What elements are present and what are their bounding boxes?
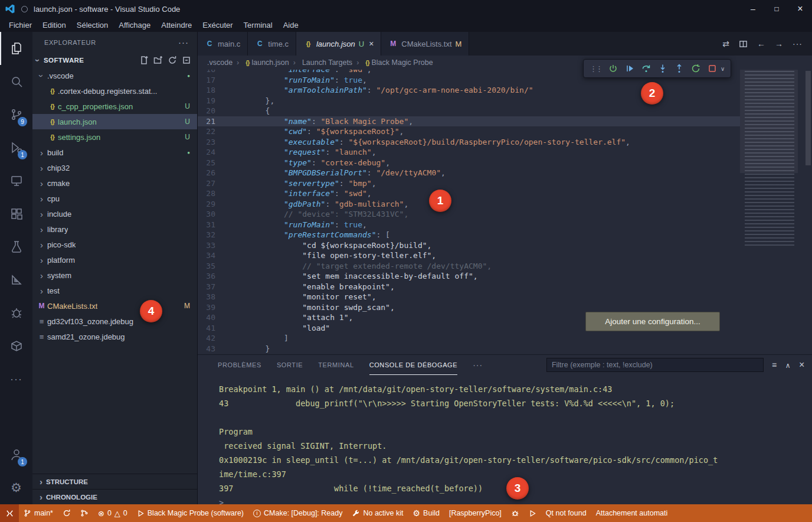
stop-icon[interactable] [708,64,717,73]
word-wrap-icon[interactable] [772,360,777,370]
sync-status[interactable] [58,504,76,522]
menu-item[interactable]: Atteindre [156,18,197,32]
console-filter-input[interactable] [546,358,764,372]
maximize-icon[interactable] [765,0,788,18]
tree-item[interactable]: cmake [32,175,197,191]
close-icon[interactable]: × [368,39,374,48]
activity-extensions[interactable] [0,197,32,230]
step-into-icon[interactable] [658,64,667,73]
auto-attach-status[interactable]: Attachement automati [591,504,673,522]
minimap[interactable] [740,70,804,354]
breadcrumb-item[interactable]: Launch Targets [289,58,352,67]
explorer-more-icon[interactable] [178,37,189,47]
sidebar-section[interactable]: CHRONOLOGIE [32,489,197,504]
activity-testing[interactable] [0,230,32,263]
tree-item[interactable]: test [32,283,197,298]
chevron-down-icon[interactable] [721,66,725,72]
navigate-forward-icon[interactable] [775,39,783,48]
split-editor-icon[interactable] [739,40,748,48]
debug-status[interactable] [506,504,524,522]
activity-remote-explorer[interactable] [0,164,32,197]
tree-item[interactable]: .cortex-debug.registers.stat... [32,83,197,99]
tree-item[interactable]: build ● [32,145,197,160]
menu-item[interactable]: Terminal [238,18,278,32]
kit-status[interactable]: No active kit [347,504,408,522]
sidebar-section[interactable]: STRUCTURE [32,474,197,489]
editor-tab[interactable]: CMakeLists.txt M [381,32,469,56]
close-window-icon[interactable] [788,0,812,18]
power-icon[interactable] [608,64,618,73]
launch-config-status[interactable]: Black Magic Probe (software) [132,504,248,522]
scrollbar-thumb[interactable] [806,71,811,165]
menu-item[interactable]: Fichier [4,18,37,32]
tree-item[interactable]: pico-sdk [32,237,197,252]
new-folder-icon[interactable] [153,56,163,65]
restart-icon[interactable] [691,64,700,73]
tree-item[interactable]: platform [32,252,197,267]
activity-source-control[interactable]: 9 [0,98,32,131]
maximize-panel-icon[interactable] [785,360,791,370]
more-actions-icon[interactable] [793,39,803,48]
navigate-back-icon[interactable] [757,39,765,48]
step-out-icon[interactable] [675,64,684,73]
menu-item[interactable]: Sélection [71,18,113,32]
refresh-icon[interactable] [168,56,177,65]
problems-status[interactable]: 0 0 [93,504,132,522]
menu-item[interactable]: Affichage [113,18,156,32]
tree-item[interactable]: samd21_ozone.jdebug [32,329,197,344]
breadcrumb-item[interactable]: .vscode [207,58,233,67]
activity-search[interactable] [0,65,32,98]
git-graph-status[interactable] [76,504,93,522]
activity-package[interactable] [0,329,32,363]
tree-item[interactable]: settings.json U [32,129,197,145]
editor-tab[interactable]: time.c [248,32,296,56]
panel-tab[interactable]: CONSOLE DE DÉBOGAGE [369,355,458,375]
run-status[interactable] [524,504,541,522]
build-target[interactable]: [RaspberryPico] [444,504,506,522]
activity-run-debug[interactable]: 1 [0,131,32,164]
breadcrumb-item[interactable]: Black Magic Probe [352,58,433,67]
step-over-icon[interactable] [641,64,651,73]
qt-status[interactable]: Qt not found [541,504,591,522]
activity-settings[interactable]: ⚙ [0,471,32,504]
tree-item[interactable]: launch.json U [32,114,197,129]
tree-item[interactable]: .vscode ● [32,68,197,83]
open-changes-icon[interactable] [722,39,729,48]
panel-tab[interactable]: TERMINAL [318,355,353,375]
remote-indicator[interactable] [0,504,19,522]
menu-item[interactable]: Aide [278,18,304,32]
run-to-cursor-icon[interactable] [625,64,634,73]
tree-item[interactable]: system [32,267,197,283]
activity-debug-tool[interactable] [0,296,32,329]
editor-tab[interactable]: main.c [198,32,248,56]
close-panel-icon[interactable] [799,360,805,370]
breadcrumb-item[interactable]: launch.json [233,58,289,67]
add-configuration-button[interactable]: Ajouter une configuration... [585,312,720,331]
tree-item[interactable]: c_cpp_properties.json U [32,99,197,114]
editor[interactable]: 16 "interface": "swd", 17 "runToMain": t… [198,70,812,354]
activity-account[interactable]: 1 [0,438,32,471]
branch-status[interactable]: main* [19,504,58,522]
tree-item[interactable]: cpu [32,191,197,206]
collapse-all-icon[interactable] [182,56,191,65]
activity-cmake[interactable] [0,263,32,296]
cmake-status[interactable]: CMake: [Debug]: Ready [248,504,347,522]
tree-item[interactable]: chip32 [32,160,197,175]
tree-item[interactable]: gd32vf103_ozone.jdebug [32,314,197,329]
tree-item[interactable]: include [32,206,197,221]
workspace-section-header[interactable]: SOFTWARE [32,53,197,68]
editor-scrollbar[interactable] [804,70,812,354]
editor-tab[interactable]: launch.json U × [296,32,381,56]
panel-more-icon[interactable] [473,355,483,375]
drag-handle-icon[interactable] [590,64,601,73]
new-file-icon[interactable] [139,56,149,65]
minimize-icon[interactable] [741,0,765,18]
debug-console[interactable]: Breakpoint 1, main () at /mnt/data/git/o… [198,375,812,504]
panel-tab[interactable]: SORTIE [277,355,303,375]
tree-item[interactable]: CMakeLists.txt M [32,298,197,314]
menu-item[interactable]: Exécuter [197,18,238,32]
activity-more[interactable]: ··· [0,363,32,396]
panel-tab[interactable]: PROBLÈMES [218,355,261,375]
activity-explorer[interactable] [0,32,32,65]
menu-item[interactable]: Edition [37,18,71,32]
